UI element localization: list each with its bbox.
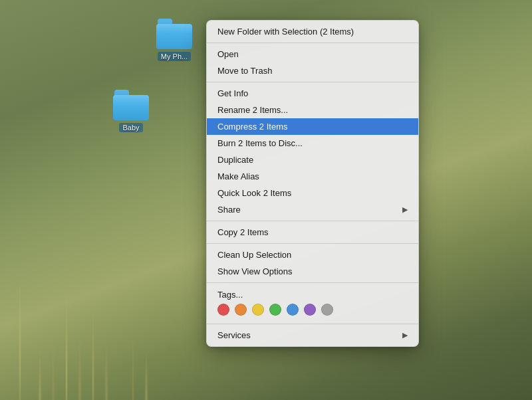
tags-label: Tags...: [217, 290, 408, 300]
tags-dots: [217, 304, 408, 316]
tag-purple[interactable]: [304, 304, 316, 316]
menu-item-share[interactable]: Share ▶: [207, 201, 418, 218]
menu-item-make-alias-label: Make Alias: [217, 171, 259, 181]
menu-section-3: Get Info Rename 2 Items... Compress 2 It…: [207, 82, 418, 221]
menu-item-get-info[interactable]: Get Info: [207, 85, 418, 102]
menu-item-new-folder-label: New Folder with Selection (2 Items): [217, 27, 354, 37]
menu-item-burn[interactable]: Burn 2 Items to Disc...: [207, 135, 418, 151]
menu-item-clean-up[interactable]: Clean Up Selection: [207, 247, 418, 263]
context-menu: New Folder with Selection (2 Items) Open…: [206, 20, 419, 347]
menu-item-share-arrow: ▶: [402, 205, 408, 214]
menu-item-rename[interactable]: Rename 2 Items...: [207, 102, 418, 118]
menu-item-services-arrow: ▶: [402, 331, 408, 340]
menu-item-services[interactable]: Services ▶: [207, 327, 418, 344]
menu-item-show-view-options[interactable]: Show View Options: [207, 263, 418, 280]
menu-item-copy-label: Copy 2 Items: [217, 227, 269, 237]
menu-section-1: New Folder with Selection (2 Items): [207, 21, 418, 43]
tag-yellow[interactable]: [252, 304, 264, 316]
menu-item-get-info-label: Get Info: [217, 88, 248, 98]
menu-item-duplicate[interactable]: Duplicate: [207, 151, 418, 168]
menu-item-show-view-options-label: Show View Options: [217, 266, 293, 276]
menu-item-new-folder[interactable]: New Folder with Selection (2 Items): [207, 23, 418, 40]
tag-green[interactable]: [269, 304, 281, 316]
menu-item-move-to-trash-label: Move to Trash: [217, 66, 272, 76]
tag-red[interactable]: [217, 304, 229, 316]
tag-gray[interactable]: [321, 304, 333, 316]
folder-baby[interactable]: Baby: [113, 90, 149, 132]
menu-section-5: Clean Up Selection Show View Options: [207, 243, 418, 282]
menu-section-services: Services ▶: [207, 324, 418, 346]
tag-orange[interactable]: [235, 304, 247, 316]
folder-baby-image: [113, 90, 149, 120]
tags-container: Tags...: [207, 286, 418, 321]
menu-section-2: Open Move to Trash: [207, 43, 418, 82]
menu-item-compress[interactable]: Compress 2 Items: [207, 118, 418, 135]
menu-section-tags: Tags...: [207, 282, 418, 324]
tag-blue[interactable]: [287, 304, 299, 316]
menu-item-make-alias[interactable]: Make Alias: [207, 168, 418, 185]
menu-item-move-to-trash[interactable]: Move to Trash: [207, 62, 418, 79]
folder-myphotos-label: My Ph...: [158, 52, 191, 61]
menu-item-duplicate-label: Duplicate: [217, 155, 253, 165]
menu-item-copy[interactable]: Copy 2 Items: [207, 224, 418, 241]
menu-item-rename-label: Rename 2 Items...: [217, 105, 288, 115]
folder-myphotos-image: [156, 19, 192, 49]
menu-item-services-label: Services: [217, 330, 251, 340]
menu-item-clean-up-label: Clean Up Selection: [217, 250, 291, 260]
menu-item-compress-label: Compress 2 Items: [217, 122, 287, 132]
menu-section-4: Copy 2 Items: [207, 221, 418, 243]
folder-myphotos[interactable]: My Ph...: [156, 19, 192, 61]
menu-item-burn-label: Burn 2 Items to Disc...: [217, 138, 303, 148]
menu-item-quick-look[interactable]: Quick Look 2 Items: [207, 185, 418, 201]
menu-item-open[interactable]: Open: [207, 46, 418, 62]
folder-baby-label: Baby: [119, 123, 142, 132]
menu-item-open-label: Open: [217, 49, 239, 59]
menu-item-share-label: Share: [217, 205, 241, 215]
menu-item-quick-look-label: Quick Look 2 Items: [217, 188, 291, 198]
